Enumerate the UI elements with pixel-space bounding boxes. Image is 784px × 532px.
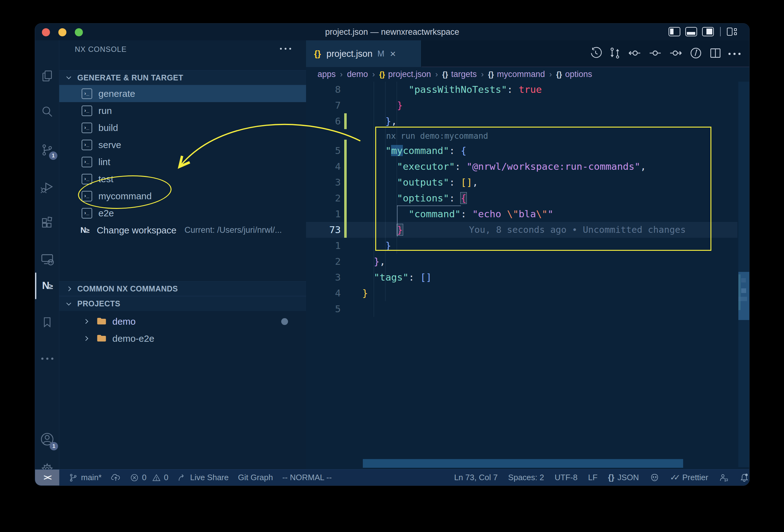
breadcrumb-item[interactable]: project.json — [388, 69, 431, 79]
change-workspace-item[interactable]: N≥ Change workspace Current: /Users/juri… — [59, 222, 306, 239]
split-editor-icon[interactable] — [709, 47, 722, 60]
code-line[interactable]: 1} — [306, 238, 737, 254]
code-line[interactable]: 8"passWithNoTests": true — [306, 82, 737, 97]
code-line[interactable]: 73}You, 8 seconds ago • Uncommitted chan… — [306, 222, 737, 238]
source-control-icon[interactable]: 1 — [35, 138, 59, 162]
vim-mode-indicator[interactable]: -- NORMAL -- — [282, 473, 332, 482]
target-item-lint[interactable]: ›_ lint — [59, 153, 306, 170]
breadcrumb: apps › demo › {} project.json › {} targe… — [306, 67, 749, 82]
bookmarks-icon[interactable] — [35, 310, 59, 335]
horizontal-scrollbar[interactable] — [363, 459, 683, 468]
remote-explorer-icon[interactable] — [35, 247, 59, 272]
breadcrumb-item[interactable]: demo — [347, 69, 368, 79]
terminal-icon: ›_ — [82, 122, 92, 133]
breadcrumb-item[interactable]: mycommand — [497, 69, 545, 79]
timeline-history-icon[interactable] — [589, 47, 602, 60]
gutter-modified-indicator — [344, 190, 347, 206]
eol-status[interactable]: LF — [588, 473, 597, 482]
cursor-position[interactable]: Ln 73, Col 7 — [454, 473, 498, 482]
code-line[interactable]: 4"executor": "@nrwl/workspace:run-comman… — [306, 159, 737, 174]
sync-changes-button[interactable] — [111, 473, 121, 483]
code-line[interactable]: 5 — [306, 301, 737, 317]
line-number[interactable]: 3 — [312, 174, 341, 190]
more-views-icon[interactable] — [35, 346, 59, 371]
next-change-icon[interactable] — [669, 46, 682, 61]
indentation-status[interactable]: Spaces: 2 — [508, 473, 544, 482]
gutter-modified-indicator — [344, 140, 347, 143]
breadcrumb-item[interactable]: options — [565, 69, 592, 79]
section-common-nx-commands[interactable]: COMMON NX COMMANDS — [59, 281, 306, 296]
close-tab-icon[interactable]: × — [390, 48, 396, 60]
target-item-run[interactable]: ›_ run — [59, 102, 306, 119]
title-bar: project.json — newnxreactwrkspace — [35, 24, 749, 40]
remote-indicator[interactable]: >< — [35, 470, 59, 486]
terminal-icon: ›_ — [82, 106, 92, 116]
feedback-icon[interactable] — [719, 473, 729, 483]
code-line[interactable]: 4} — [306, 285, 737, 301]
editor-more-actions-icon[interactable] — [728, 53, 740, 55]
line-number[interactable]: 2 — [312, 190, 341, 206]
octoface-icon[interactable] — [650, 473, 660, 483]
tab-project-json[interactable]: {} project.json M × — [306, 40, 421, 67]
vertical-scrollbar[interactable] — [738, 272, 749, 320]
line-number[interactable]: 6 — [312, 113, 341, 129]
code-line[interactable]: 2"options": { — [306, 190, 737, 206]
nx-console-icon[interactable]: N≥ — [35, 273, 59, 298]
formatter-status[interactable]: ✓✓ Prettier — [670, 473, 708, 482]
code-line[interactable]: 1"command": "echo \"bla\"" — [306, 206, 737, 222]
target-item-build[interactable]: ›_ build — [59, 119, 306, 136]
notifications-bell-icon[interactable] — [739, 473, 749, 483]
git-branch-status[interactable]: main* — [68, 473, 102, 482]
breadcrumb-item[interactable]: apps — [317, 69, 336, 79]
line-number[interactable]: 7 — [312, 97, 341, 113]
line-number[interactable]: 4 — [312, 285, 341, 301]
target-item-generate[interactable]: ›_ generate — [59, 85, 306, 102]
toggle-secondary-sidebar-icon[interactable] — [702, 27, 714, 36]
run-debug-icon[interactable] — [35, 175, 59, 200]
file-history-clock-icon[interactable] — [689, 47, 702, 61]
sidebar-more-actions-icon[interactable] — [280, 48, 291, 50]
gutter-modified-indicator — [344, 113, 347, 129]
language-mode[interactable]: {} JSON — [608, 473, 639, 482]
line-number[interactable]: 5 — [312, 143, 341, 159]
line-number[interactable]: 5 — [312, 301, 341, 317]
problems-status[interactable]: 0 0 — [130, 473, 168, 482]
code-line[interactable]: 7} — [306, 97, 737, 113]
code-line[interactable]: 5"mycommand": { — [306, 143, 737, 159]
customize-layout-icon[interactable] — [727, 28, 737, 36]
toggle-panel-icon[interactable] — [685, 27, 697, 36]
search-icon[interactable] — [35, 99, 59, 124]
git-graph-button[interactable]: Git Graph — [238, 473, 273, 482]
project-item-demo[interactable]: demo — [59, 313, 306, 330]
accounts-icon[interactable]: 1 — [35, 427, 59, 452]
extensions-icon[interactable] — [35, 211, 59, 235]
project-item-demo-e2e[interactable]: demo-e2e — [59, 330, 306, 347]
line-number[interactable]: 4 — [312, 159, 341, 174]
explorer-icon[interactable] — [35, 64, 59, 88]
section-projects[interactable]: PROJECTS — [59, 296, 306, 311]
previous-change-icon[interactable] — [628, 46, 642, 61]
compare-changes-icon[interactable] — [609, 47, 621, 60]
target-item-serve[interactable]: ›_ serve — [59, 136, 306, 153]
code-lens-row[interactable]: nx run demo:mycommand — [306, 129, 737, 143]
code-line[interactable]: 3"outputs": [], — [306, 174, 737, 190]
line-number[interactable]: 1 — [312, 206, 341, 222]
live-share-button[interactable]: Live Share — [177, 473, 228, 482]
line-number[interactable]: 73 — [312, 222, 341, 238]
target-item-e2e[interactable]: ›_ e2e — [59, 204, 306, 222]
section-generate-run-target[interactable]: GENERATE & RUN TARGET — [59, 70, 306, 85]
code-line[interactable]: 3"tags": [] — [306, 270, 737, 285]
json-icon: {} — [608, 473, 614, 482]
toggle-primary-sidebar-icon[interactable] — [669, 27, 680, 36]
breadcrumb-item[interactable]: targets — [451, 69, 477, 79]
folder-icon — [96, 316, 107, 327]
code-line[interactable]: 6}, — [306, 113, 737, 129]
line-number[interactable]: 2 — [312, 254, 341, 270]
current-change-icon[interactable] — [648, 46, 662, 61]
code-line[interactable]: 2}, — [306, 254, 737, 270]
encoding-status[interactable]: UTF-8 — [555, 473, 578, 482]
line-number[interactable]: 8 — [312, 82, 341, 97]
json-file-icon: {} — [314, 49, 321, 59]
line-number[interactable]: 3 — [312, 270, 341, 285]
line-number[interactable]: 1 — [312, 238, 341, 254]
